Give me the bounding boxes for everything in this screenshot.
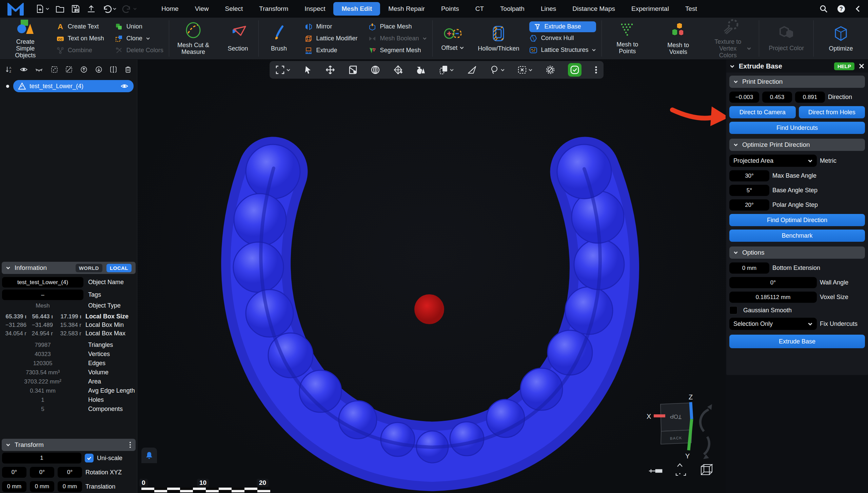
benchmark-button[interactable]: Benchmark [729, 230, 865, 242]
deselect-button[interactable] [517, 65, 533, 75]
select-tool-button[interactable] [303, 65, 313, 75]
menu-lines[interactable]: Lines [533, 2, 564, 16]
sort-az-icon[interactable]: AZ [5, 64, 13, 75]
mesh-boolean-button[interactable]: Mesh Boolean [368, 35, 427, 43]
move-down-icon[interactable] [95, 64, 103, 75]
gizmo-center-view-button[interactable] [676, 464, 686, 475]
texture-to-vertex-colors-button[interactable]: Texture to Vertex Colors [704, 18, 759, 59]
optimize-print-direction-section-header[interactable]: Optimize Print Direction [729, 139, 865, 151]
object-name-input[interactable]: test_test_Lower_(4) [2, 277, 83, 288]
gizmo-wireframe-cube-button[interactable] [701, 465, 712, 475]
object-list-item[interactable]: test_test_Lower_(4) [13, 80, 134, 92]
rotation-y-input[interactable]: 0° [30, 467, 54, 478]
menu-mesh-repair[interactable]: Mesh Repair [380, 2, 433, 16]
bottom-extension-input[interactable]: 0 mm [729, 262, 769, 274]
toolbar-more-button[interactable] [594, 65, 598, 75]
menu-view[interactable]: View [187, 2, 217, 16]
3d-viewport[interactable]: 0 10 20 TOP BACK X [137, 60, 726, 493]
lasso-select-button[interactable] [489, 65, 505, 75]
menu-points[interactable]: Points [433, 2, 467, 16]
hide-all-eye-icon[interactable] [35, 64, 43, 75]
convex-hull-button[interactable]: Convex Hull [529, 34, 596, 42]
offset-button[interactable]: Offset [432, 18, 473, 59]
direction-z-input[interactable]: 0.891 [795, 92, 825, 103]
menu-home[interactable]: Home [153, 2, 187, 16]
base-angle-step-input[interactable]: 5° [729, 185, 769, 196]
create-text-button[interactable]: A Create Text [56, 23, 104, 31]
options-section-header[interactable]: Options [729, 246, 865, 259]
duplicate-button[interactable] [438, 65, 454, 75]
max-base-angle-input[interactable]: 30° [729, 170, 769, 181]
menu-experimental[interactable]: Experimental [623, 2, 677, 16]
brush-button[interactable]: Brush [258, 18, 299, 59]
direction-y-input[interactable]: 0.453 [762, 92, 792, 103]
rotation-x-input[interactable]: 0° [2, 467, 26, 478]
combine-button[interactable]: Combine [56, 46, 104, 55]
move-tool-button[interactable] [325, 65, 335, 75]
rotation-z-input[interactable]: 0° [58, 467, 82, 478]
gizmo-cube[interactable]: TOP BACK [660, 403, 692, 444]
mesh-to-points-button[interactable]: Mesh to Points [602, 18, 653, 59]
uniscale-checkbox[interactable] [85, 454, 94, 462]
extrude-base-action-button[interactable]: Extrude Base [729, 335, 865, 348]
polar-angle-step-input[interactable]: 20° [729, 199, 769, 211]
place-mesh-button[interactable]: Place Mesh [368, 23, 427, 31]
redo-button[interactable] [121, 2, 138, 15]
create-simple-objects-button[interactable]: Create Simple Objects [0, 18, 51, 59]
menu-transform[interactable]: Transform [251, 2, 296, 16]
direction-x-input[interactable]: −0.003 [729, 92, 759, 103]
find-optimal-direction-button[interactable]: Find Optimal Direction [729, 214, 865, 226]
union-button[interactable]: Union [115, 23, 163, 31]
cut-tool-button[interactable] [467, 65, 477, 75]
search-icon[interactable] [819, 4, 828, 13]
metric-select[interactable]: Projected Area [729, 155, 817, 167]
world-toggle[interactable]: WORLD [76, 264, 102, 272]
app-logo[interactable] [0, 0, 31, 18]
gizmo-rotate-arrows[interactable] [700, 404, 712, 459]
local-toggle[interactable]: LOCAL [106, 264, 132, 272]
collapse-ribbon-icon[interactable] [854, 5, 861, 13]
new-file-button[interactable] [33, 2, 51, 15]
text-on-mesh-button[interactable]: CC Text on Mesh [56, 35, 104, 43]
export-button[interactable] [85, 2, 98, 15]
delete-colors-button[interactable]: Delete Colors [115, 46, 163, 55]
object-visibility-eye-icon[interactable] [120, 82, 129, 90]
optimize-button[interactable]: Optimize [814, 18, 868, 59]
translation-z-input[interactable]: 0 mm [58, 481, 82, 492]
gizmo-x-axis[interactable] [654, 414, 665, 417]
notification-bell-button[interactable] [141, 448, 157, 463]
translation-x-input[interactable]: 0 mm [2, 481, 26, 492]
show-all-eye-icon[interactable] [20, 64, 28, 75]
extrude-base-ribbon-button[interactable]: Extrude Base [529, 21, 596, 32]
wall-angle-input[interactable]: 0° [729, 277, 817, 288]
information-header[interactable]: Information WORLD LOCAL [2, 262, 136, 274]
undo-button[interactable] [100, 2, 118, 15]
section-button[interactable]: Section [218, 18, 258, 59]
select-all-icon[interactable] [51, 64, 58, 75]
primitives-button[interactable] [416, 65, 426, 75]
menu-toolpath[interactable]: Toolpath [492, 2, 533, 16]
rename-icon[interactable] [110, 64, 117, 75]
close-panel-icon[interactable] [859, 63, 865, 69]
find-undercuts-button[interactable]: Find Undercuts [729, 122, 865, 134]
orientation-gizmo[interactable]: TOP BACK X Z Y [641, 393, 726, 485]
gizmo-z-axis[interactable] [691, 402, 692, 419]
confirm-button[interactable] [568, 63, 581, 77]
gaussian-smooth-checkbox[interactable] [729, 306, 737, 314]
menu-mesh-edit[interactable]: Mesh Edit [333, 2, 380, 16]
scale-input[interactable]: 1 [2, 453, 81, 464]
print-direction-section-header[interactable]: Print Direction [729, 76, 865, 88]
fix-undercuts-select[interactable]: Selection Only [729, 318, 817, 330]
help-icon[interactable]: ? [837, 4, 846, 13]
clone-button[interactable]: Clone [115, 35, 163, 43]
shape-settings-button[interactable] [348, 65, 358, 75]
direct-to-camera-button[interactable]: Direct to Camera [729, 106, 796, 118]
lattice-structures-button[interactable]: Lattice Structures [529, 46, 596, 54]
tags-input[interactable]: – [2, 290, 83, 300]
move-up-icon[interactable] [80, 64, 88, 75]
transform-header[interactable]: Transform [2, 439, 136, 451]
kebab-menu-icon[interactable] [129, 441, 132, 449]
mesh-cut-measure-button[interactable]: Mesh Cut & Measure [169, 18, 218, 59]
menu-test[interactable]: Test [677, 2, 705, 16]
segment-mesh-button[interactable]: Segment Mesh [368, 46, 427, 55]
